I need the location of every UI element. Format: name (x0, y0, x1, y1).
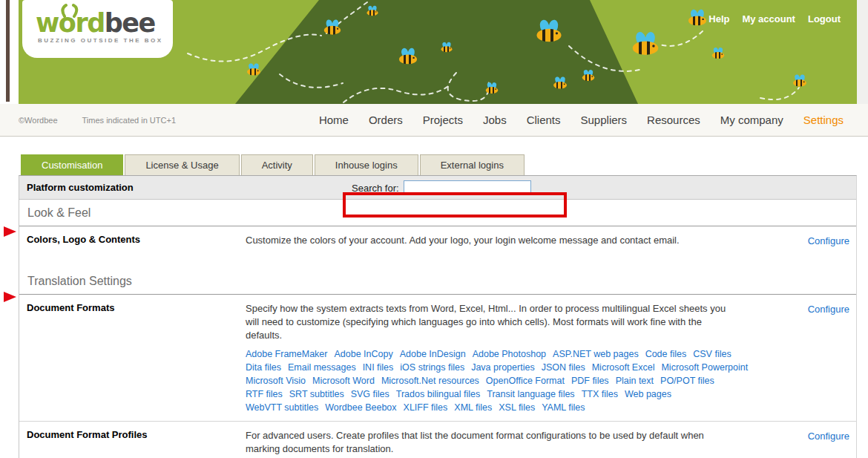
logo-bee: bee (105, 8, 155, 38)
table-row: Colors, Logo & Contents Customize the co… (19, 226, 856, 268)
format-link-row: RTF filesSRT subtitlesSVG filesTrados bi… (246, 387, 728, 401)
bee-icon (688, 10, 706, 26)
main-navbar: ©Wordbee Times indicated in UTC+1 HomeOr… (0, 104, 868, 137)
format-link-adobe-incopy[interactable]: Adobe InCopy (334, 347, 392, 361)
bee-icon (633, 32, 659, 55)
nav-item-settings[interactable]: Settings (803, 114, 844, 126)
format-link-microsoft-net-resources[interactable]: Microsoft.Net resources (381, 374, 479, 387)
tab-inhouse-logins[interactable]: Inhouse logins (315, 154, 418, 175)
nav-item-suppliers[interactable]: Suppliers (581, 114, 628, 126)
tab-external-logins[interactable]: External logins (420, 154, 525, 175)
bee-icon (367, 6, 378, 16)
tab-bar: CustomisationLicense & UsageActivityInho… (21, 154, 868, 175)
format-link-ios-strings-files[interactable]: iOS strings files (400, 361, 464, 374)
banner-links: HelpMy accountLogout (708, 13, 841, 24)
table-header: Platform customization Search for: (19, 176, 856, 200)
timezone-note: Times indicated in UTC+1 (82, 116, 176, 125)
search-input[interactable] (404, 180, 531, 195)
format-link-dita-files[interactable]: Dita files (246, 361, 281, 374)
format-link-row: WebVTT subtitlesWordbee BeeboxXLIFF file… (246, 401, 728, 414)
format-link-trados-bilingual-files[interactable]: Trados bilingual files (396, 387, 480, 401)
format-link-wordbee-beebox[interactable]: Wordbee Beebox (325, 401, 396, 414)
logo-text: wordbee (36, 9, 173, 37)
row-description: For advanced users. Create profiles that… (246, 422, 728, 456)
format-link-srt-subtitles[interactable]: SRT subtitles (289, 387, 344, 401)
logo-antennae-icon (58, 3, 82, 18)
search-group: Search for: (352, 176, 531, 200)
format-link-csv-files[interactable]: CSV files (693, 347, 731, 361)
format-link-plain-text[interactable]: Plain text (616, 374, 654, 387)
format-link-ini-files[interactable]: INI files (363, 361, 394, 374)
nav-item-orders[interactable]: Orders (369, 114, 403, 126)
format-link-microsoft-visio[interactable]: Microsoft Visio (246, 374, 306, 387)
format-link-json-files[interactable]: JSON files (542, 361, 585, 374)
bee-icon (441, 42, 453, 53)
search-label: Search for: (352, 183, 399, 194)
format-link-java-properties[interactable]: Java properties (471, 361, 534, 374)
format-link-pdf-files[interactable]: PDF files (571, 374, 609, 387)
bee-icon (324, 19, 341, 34)
nav-item-my-company[interactable]: My company (720, 114, 783, 126)
row-action: Configure (728, 226, 856, 268)
header-banner: wordbee BUZZING OUTSIDE THE BOX HelpMy a… (0, 0, 868, 104)
row-description: Specify how the system extracts texts fr… (246, 295, 728, 342)
format-links: Adobe FrameMakerAdobe InCopyAdobe InDesi… (246, 347, 728, 414)
format-link-adobe-framemaker[interactable]: Adobe FrameMaker (246, 347, 327, 361)
window-edge-strip (6, 0, 10, 102)
format-link-openoffice-format[interactable]: OpenOffice Format (486, 374, 565, 387)
format-link-xsl-files[interactable]: XSL files (499, 401, 535, 414)
format-link-code-files[interactable]: Code files (645, 347, 687, 361)
copyright-text: ©Wordbee (19, 116, 58, 125)
banner-link-logout[interactable]: Logout (808, 13, 841, 24)
format-link-rtf-files[interactable]: RTF files (246, 387, 283, 401)
nav-item-clients[interactable]: Clients (527, 114, 561, 126)
bee-icon (247, 63, 260, 75)
nav-item-projects[interactable]: Projects (423, 114, 463, 126)
format-link-asp-net-web-pages[interactable]: ASP.NET web pages (553, 347, 639, 361)
content-area: Settings CustomisationLicense & UsageAct… (0, 154, 868, 458)
format-link-microsoft-excel[interactable]: Microsoft Excel (592, 361, 655, 374)
annotation-arrow-icon (4, 226, 16, 237)
logo-tagline: BUZZING OUTSIDE THE BOX (38, 37, 173, 44)
row-label-document-format-profiles: Document Format Profiles (19, 422, 246, 456)
format-link-webvtt-subtitles[interactable]: WebVTT subtitles (246, 401, 318, 414)
format-link-ttx-files[interactable]: TTX files (582, 387, 618, 401)
annotation-arrow-icon (4, 292, 16, 302)
configure-link-document-formats[interactable]: Configure (808, 304, 849, 315)
section-title-translation-settings: Translation Settings (19, 268, 856, 295)
bee-icon (582, 70, 595, 81)
format-link-xml-files[interactable]: XML files (454, 401, 492, 414)
banner-link-help[interactable]: Help (708, 13, 729, 24)
bee-icon (553, 76, 567, 88)
bee-icon (486, 82, 499, 94)
nav-item-home[interactable]: Home (319, 114, 349, 126)
wordbee-logo: wordbee BUZZING OUTSIDE THE BOX (22, 0, 173, 58)
format-link-svg-files[interactable]: SVG files (351, 387, 389, 401)
table-row: Document Formats Specify how the system … (19, 295, 856, 422)
nav-item-jobs[interactable]: Jobs (483, 114, 507, 126)
format-link-yaml-files[interactable]: YAML files (542, 401, 585, 414)
banner-link-my-account[interactable]: My account (742, 13, 795, 24)
nav-item-resources[interactable]: Resources (647, 114, 700, 126)
format-link-transit-language-files[interactable]: Transit language files (487, 387, 574, 401)
format-link-po-pot-files[interactable]: PO/POT files (660, 374, 714, 387)
format-link-row: Microsoft VisioMicrosoft WordMicrosoft.N… (246, 374, 728, 387)
row-body: Specify how the system extracts texts fr… (246, 295, 728, 414)
row-description: Customize the colors of your account. Ad… (246, 226, 728, 268)
format-link-microsoft-word[interactable]: Microsoft Word (312, 374, 375, 387)
main-nav: HomeOrdersProjectsJobsClientsSuppliersRe… (319, 114, 844, 126)
table-row: Document Format Profiles For advanced us… (19, 422, 856, 456)
tab-license-usage[interactable]: License & Usage (125, 154, 239, 175)
row-label-document-formats: Document Formats (19, 295, 246, 414)
tab-activity[interactable]: Activity (241, 154, 313, 175)
configure-link-colors[interactable]: Configure (808, 235, 849, 246)
row-action: Configure (728, 422, 856, 456)
configure-link-format-profiles[interactable]: Configure (808, 431, 849, 442)
tab-customisation[interactable]: Customisation (21, 154, 123, 175)
format-link-xliff-files[interactable]: XLIFF files (404, 401, 448, 414)
format-link-web-pages[interactable]: Web pages (625, 387, 671, 401)
format-link-email-messages[interactable]: Email messages (288, 361, 356, 374)
format-link-adobe-photoshop[interactable]: Adobe Photoshop (473, 347, 546, 361)
format-link-adobe-indesign[interactable]: Adobe InDesign (400, 347, 466, 361)
section-title-look-and-feel: Look & Feel (19, 200, 856, 226)
